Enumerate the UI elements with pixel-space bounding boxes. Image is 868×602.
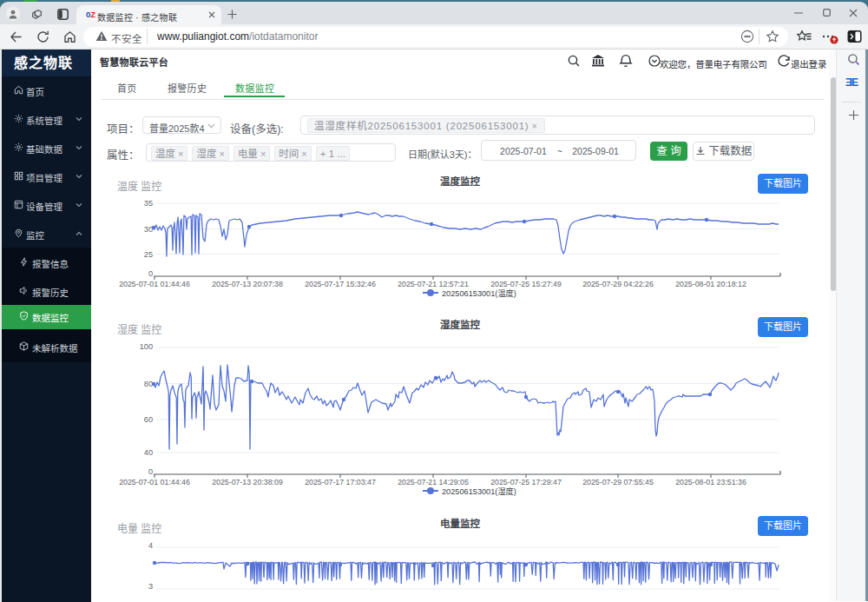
svg-text:2025-07-21 14:29:05: 2025-07-21 14:29:05 [398, 478, 469, 486]
svg-text:2025-08-01 23:51:36: 2025-08-01 23:51:36 [675, 478, 746, 486]
svg-text:40: 40 [144, 448, 153, 457]
svg-text:202506153001(温度): 202506153001(温度) [442, 288, 516, 298]
svg-text:2025-07-17 15:32:46: 2025-07-17 15:32:46 [305, 280, 376, 288]
svg-text:2025-07-25 15:27:49: 2025-07-25 15:27:49 [490, 280, 562, 288]
svg-text:2025-07-13 20:38:09: 2025-07-13 20:38:09 [212, 478, 283, 486]
svg-text:2025-07-29 04:22:26: 2025-07-29 04:22:26 [582, 280, 654, 288]
svg-text:30: 30 [144, 225, 153, 234]
svg-text:0: 0 [148, 269, 153, 278]
svg-text:0: 0 [148, 467, 153, 476]
svg-text:2025-07-01 01:44:46: 2025-07-01 01:44:46 [119, 280, 190, 288]
svg-text:2025-07-29 07:55:45: 2025-07-29 07:55:45 [582, 478, 654, 486]
svg-text:100: 100 [140, 342, 153, 351]
svg-text:2025-07-13 20:07:38: 2025-07-13 20:07:38 [212, 280, 283, 288]
svg-text:60: 60 [144, 415, 153, 424]
svg-text:25: 25 [144, 250, 153, 259]
svg-text:4: 4 [148, 541, 153, 550]
svg-text:80: 80 [144, 380, 153, 388]
svg-text:3: 3 [148, 582, 153, 591]
svg-text:35: 35 [144, 199, 153, 208]
svg-text:2025-08-01 20:18:12: 2025-08-01 20:18:12 [675, 280, 746, 288]
svg-text:2025-07-01 01:44:46: 2025-07-01 01:44:46 [119, 478, 190, 486]
svg-text:202506153001(湿度): 202506153001(湿度) [442, 486, 516, 496]
svg-text:2025-07-21 12:57:21: 2025-07-21 12:57:21 [398, 280, 469, 288]
svg-text:2025-07-17 17:03:47: 2025-07-17 17:03:47 [305, 478, 376, 486]
svg-text:2025-07-25 17:29:47: 2025-07-25 17:29:47 [490, 478, 562, 486]
